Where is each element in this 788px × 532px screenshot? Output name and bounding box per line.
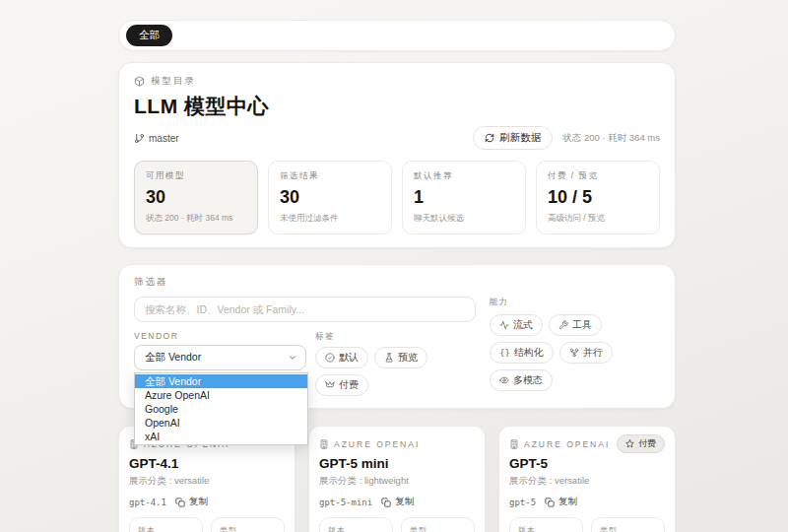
model-category: 展示分类 : versatile <box>509 475 665 488</box>
copy-icon <box>381 498 391 507</box>
tag-chip-preview[interactable]: 预览 <box>374 347 427 368</box>
field-version: 版本 gpt-5 <box>509 517 583 532</box>
copy-button[interactable]: 复制 <box>381 496 414 508</box>
vendor-option-all[interactable]: 全部 Vendor <box>135 374 307 388</box>
vendor-label: VENDOR <box>134 331 306 341</box>
field-version: 版本 gpt-5-mini <box>319 517 393 532</box>
tag-chip-default[interactable]: 默认 <box>315 347 368 368</box>
vendor-group: VENDOR 全部 Vendor 全部 Vendor Azure OpenAI <box>134 331 306 396</box>
field-type: 类型 chat <box>211 517 285 532</box>
git-branch-icon <box>134 133 145 144</box>
fork-icon <box>569 348 579 358</box>
filter-all-pill[interactable]: 全部 <box>126 25 172 46</box>
model-vendor: AZURE OPENAI <box>509 439 610 449</box>
model-card-gpt-5: AZURE OPENAI 付费 GPT-5 展示分类 : versatile g… <box>498 426 676 532</box>
field-type: 类型 chat <box>401 517 475 532</box>
catalog-eyebrow-label: 模型目录 <box>151 75 196 88</box>
model-id: gpt-5 <box>509 498 536 507</box>
vendor-option-xai[interactable]: xAI <box>135 430 307 443</box>
tags-label: 标签 <box>315 331 476 343</box>
field-type: 类型 chat <box>591 517 665 532</box>
capability-chip-multimodal[interactable]: 多模态 <box>490 369 553 391</box>
crown-icon <box>325 380 335 390</box>
page-title: LLM 模型中心 <box>134 93 660 120</box>
vendor-option-openai[interactable]: OpenAI <box>135 416 307 430</box>
copy-icon <box>175 498 185 507</box>
chevron-down-icon <box>288 353 297 363</box>
capability-chip-tools[interactable]: 工具 <box>549 314 602 336</box>
status-text: 状态 200 · 耗时 364 ms <box>562 132 660 145</box>
eye-icon <box>499 375 509 385</box>
building-icon <box>509 439 519 449</box>
model-category: 展示分类 : versatile <box>129 475 285 488</box>
model-card-gpt-5-mini: AZURE OPENAI GPT-5 mini 展示分类 : lightweig… <box>308 426 486 532</box>
paid-badge: 付费 <box>617 434 665 453</box>
braces-icon: {} <box>499 348 510 358</box>
page-content: 全部 模型目录 LLM 模型中心 master 刷新数据 <box>118 0 676 532</box>
capability-chip-parallel[interactable]: 并行 <box>559 342 613 364</box>
header-card: 模型目录 LLM 模型中心 master 刷新数据 状态 200 · 耗时 36… <box>118 62 676 248</box>
copy-button[interactable]: 复制 <box>545 496 577 508</box>
model-vendor: AZURE OPENAI <box>319 439 420 449</box>
capability-chip-streaming[interactable]: 流式 <box>490 314 543 336</box>
vendor-option-azure-openai[interactable]: Azure OpenAI <box>135 388 307 402</box>
stat-available-models: 可用模型 30 状态 200 · 耗时 364 ms <box>134 161 258 234</box>
tag-chip-paid[interactable]: 付费 <box>315 374 368 396</box>
vendor-option-google[interactable]: Google <box>135 402 307 416</box>
activity-icon <box>499 320 509 330</box>
model-id: gpt-4.1 <box>129 498 166 507</box>
filter-title: 筛选器 <box>134 276 660 289</box>
wrench-icon <box>558 320 568 330</box>
vendor-select[interactable]: 全部 Vendor <box>134 345 306 370</box>
filter-card: 筛选器 VENDOR 全部 Vendor <box>118 264 676 409</box>
refresh-button[interactable]: 刷新数据 <box>473 126 553 150</box>
model-name: GPT-4.1 <box>129 456 285 471</box>
tags-group: 标签 默认 <box>315 331 476 396</box>
model-name: GPT-5 mini <box>319 456 475 471</box>
copy-button[interactable]: 复制 <box>175 496 208 508</box>
flask-icon <box>384 353 394 363</box>
branch-label: master <box>149 133 179 144</box>
branch-badge: master <box>134 133 179 144</box>
stat-paid-preview: 付费 / 预览 10 / 5 高级访问 / 预览 <box>536 161 660 234</box>
package-icon <box>134 76 145 87</box>
model-name: GPT-5 <box>509 456 665 471</box>
stat-filter-results: 筛选结果 30 未使用过滤条件 <box>268 161 392 234</box>
copy-icon <box>545 498 555 507</box>
capability-label: 能力 <box>490 297 660 308</box>
stats-row: 可用模型 30 状态 200 · 耗时 364 ms 筛选结果 30 未使用过滤… <box>134 161 660 234</box>
vendor-dropdown: 全部 Vendor Azure OpenAI Google OpenAI xAI <box>134 372 308 445</box>
model-id: gpt-5-mini <box>319 498 372 507</box>
model-category: 展示分类 : lightweight <box>319 475 475 488</box>
circle-check-icon <box>325 353 335 363</box>
star-icon <box>625 439 634 448</box>
building-icon <box>319 439 329 449</box>
top-filter-bar: 全部 <box>118 20 676 51</box>
field-version: 版本 gpt-4.1-2025-... <box>129 517 203 532</box>
catalog-eyebrow: 模型目录 <box>134 75 660 88</box>
stat-default-recommend: 默认推荐 1 聊天默认候选 <box>402 161 526 234</box>
refresh-icon <box>485 133 494 143</box>
search-input[interactable] <box>134 297 476 322</box>
capability-chip-structured[interactable]: {} 结构化 <box>490 342 554 364</box>
